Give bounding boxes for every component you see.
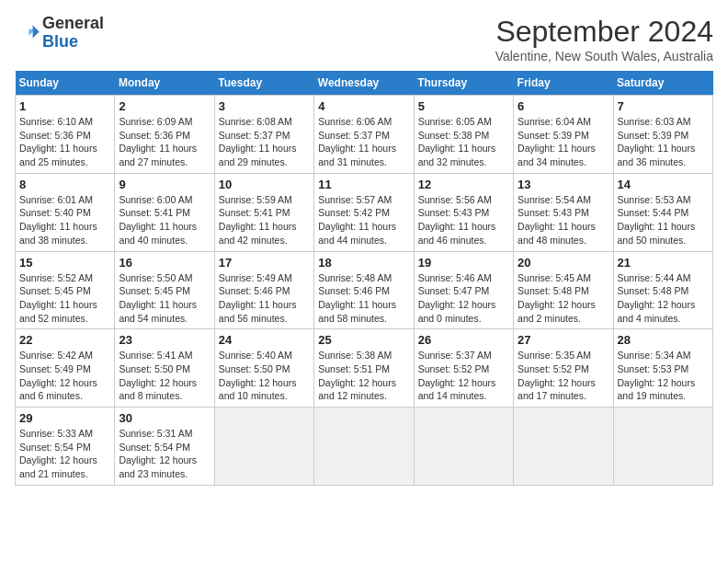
day-number: 8	[19, 178, 110, 191]
logo: General Blue	[15, 15, 104, 52]
day-number: 24	[219, 333, 310, 347]
month-title: September 2024	[495, 15, 713, 49]
calendar-week-row: 22Sunrise: 5:42 AM Sunset: 5:49 PM Dayli…	[16, 329, 713, 408]
day-number: 14	[618, 178, 709, 191]
calendar-day-cell: 27Sunrise: 5:35 AM Sunset: 5:52 PM Dayli…	[514, 329, 613, 408]
day-info: Sunrise: 6:03 AM Sunset: 5:39 PM Dayligh…	[618, 115, 709, 169]
day-number: 13	[518, 178, 609, 191]
calendar-day-cell	[514, 408, 613, 486]
calendar-table: SundayMondayTuesdayWednesdayThursdayFrid…	[15, 71, 713, 486]
day-info: Sunrise: 5:37 AM Sunset: 5:52 PM Dayligh…	[418, 349, 509, 403]
day-info: Sunrise: 5:48 AM Sunset: 5:46 PM Dayligh…	[318, 271, 409, 326]
day-info: Sunrise: 5:41 AM Sunset: 5:50 PM Dayligh…	[119, 349, 210, 403]
svg-marker-0	[33, 25, 40, 38]
day-info: Sunrise: 5:34 AM Sunset: 5:53 PM Dayligh…	[618, 349, 709, 403]
calendar-day-cell: 17Sunrise: 5:49 AM Sunset: 5:46 PM Dayli…	[214, 251, 313, 329]
calendar-day-cell: 7Sunrise: 6:03 AM Sunset: 5:39 PM Daylig…	[613, 96, 712, 174]
weekday-header: Tuesday	[214, 71, 313, 96]
location-subtitle: Valentine, New South Wales, Australia	[495, 49, 713, 63]
day-number: 27	[518, 333, 609, 347]
day-info: Sunrise: 5:44 AM Sunset: 5:48 PM Dayligh…	[618, 271, 709, 326]
calendar-day-cell: 24Sunrise: 5:40 AM Sunset: 5:50 PM Dayli…	[214, 329, 313, 408]
day-number: 19	[418, 256, 509, 270]
weekday-header: Friday	[514, 71, 613, 96]
calendar-day-cell: 16Sunrise: 5:50 AM Sunset: 5:45 PM Dayli…	[115, 251, 214, 329]
day-number: 2	[119, 99, 210, 113]
weekday-header: Monday	[115, 71, 214, 96]
day-number: 25	[318, 333, 409, 347]
calendar-day-cell: 11Sunrise: 5:57 AM Sunset: 5:42 PM Dayli…	[314, 173, 414, 251]
day-number: 4	[318, 99, 409, 113]
day-number: 3	[219, 99, 310, 113]
day-info: Sunrise: 6:08 AM Sunset: 5:37 PM Dayligh…	[219, 115, 310, 169]
calendar-day-cell: 30Sunrise: 5:31 AM Sunset: 5:54 PM Dayli…	[115, 408, 214, 486]
day-info: Sunrise: 6:01 AM Sunset: 5:40 PM Dayligh…	[19, 193, 110, 247]
day-number: 10	[219, 178, 310, 191]
calendar-day-cell: 9Sunrise: 6:00 AM Sunset: 5:41 PM Daylig…	[115, 173, 214, 251]
day-number: 26	[418, 333, 509, 347]
day-info: Sunrise: 5:31 AM Sunset: 5:54 PM Dayligh…	[119, 427, 210, 481]
weekday-header: Wednesday	[314, 71, 414, 96]
page-header: General Blue September 2024 Valentine, N…	[15, 15, 713, 63]
day-info: Sunrise: 5:57 AM Sunset: 5:42 PM Dayligh…	[318, 193, 409, 247]
weekday-header: Thursday	[414, 71, 513, 96]
calendar-day-cell: 5Sunrise: 6:05 AM Sunset: 5:38 PM Daylig…	[414, 96, 513, 174]
day-info: Sunrise: 6:00 AM Sunset: 5:41 PM Dayligh…	[119, 193, 210, 247]
day-info: Sunrise: 5:40 AM Sunset: 5:50 PM Dayligh…	[219, 349, 310, 403]
day-info: Sunrise: 5:46 AM Sunset: 5:47 PM Dayligh…	[418, 271, 509, 326]
day-info: Sunrise: 5:59 AM Sunset: 5:41 PM Dayligh…	[219, 193, 310, 247]
day-number: 23	[119, 333, 210, 347]
day-number: 28	[618, 333, 709, 347]
day-number: 12	[418, 178, 509, 191]
day-info: Sunrise: 5:35 AM Sunset: 5:52 PM Dayligh…	[518, 349, 609, 403]
day-number: 1	[19, 99, 110, 113]
day-number: 5	[418, 99, 509, 113]
calendar-day-cell: 25Sunrise: 5:38 AM Sunset: 5:51 PM Dayli…	[314, 329, 414, 408]
calendar-week-row: 1Sunrise: 6:10 AM Sunset: 5:36 PM Daylig…	[16, 96, 713, 174]
calendar-day-cell: 14Sunrise: 5:53 AM Sunset: 5:44 PM Dayli…	[613, 173, 712, 251]
calendar-week-row: 15Sunrise: 5:52 AM Sunset: 5:45 PM Dayli…	[16, 251, 713, 329]
day-number: 22	[19, 333, 110, 347]
calendar-day-cell: 2Sunrise: 6:09 AM Sunset: 5:36 PM Daylig…	[115, 96, 214, 174]
title-block: September 2024 Valentine, New South Wale…	[495, 15, 713, 63]
day-info: Sunrise: 6:04 AM Sunset: 5:39 PM Dayligh…	[518, 115, 609, 169]
calendar-day-cell: 8Sunrise: 6:01 AM Sunset: 5:40 PM Daylig…	[16, 173, 115, 251]
day-info: Sunrise: 5:52 AM Sunset: 5:45 PM Dayligh…	[19, 271, 110, 326]
day-number: 29	[19, 411, 110, 425]
day-number: 15	[19, 256, 110, 270]
calendar-week-row: 29Sunrise: 5:33 AM Sunset: 5:54 PM Dayli…	[16, 408, 713, 486]
day-number: 6	[518, 99, 609, 113]
day-info: Sunrise: 5:38 AM Sunset: 5:51 PM Dayligh…	[318, 349, 409, 403]
weekday-header: Sunday	[16, 71, 115, 96]
day-info: Sunrise: 6:10 AM Sunset: 5:36 PM Dayligh…	[19, 115, 110, 169]
day-info: Sunrise: 6:09 AM Sunset: 5:36 PM Dayligh…	[119, 115, 210, 169]
calendar-day-cell: 29Sunrise: 5:33 AM Sunset: 5:54 PM Dayli…	[16, 408, 115, 486]
calendar-day-cell: 21Sunrise: 5:44 AM Sunset: 5:48 PM Dayli…	[613, 251, 712, 329]
day-number: 20	[518, 256, 609, 270]
calendar-day-cell	[214, 408, 313, 486]
calendar-day-cell	[414, 408, 513, 486]
calendar-day-cell: 1Sunrise: 6:10 AM Sunset: 5:36 PM Daylig…	[16, 96, 115, 174]
calendar-day-cell	[314, 408, 414, 486]
calendar-day-cell: 22Sunrise: 5:42 AM Sunset: 5:49 PM Dayli…	[16, 329, 115, 408]
calendar-day-cell: 12Sunrise: 5:56 AM Sunset: 5:43 PM Dayli…	[414, 173, 513, 251]
day-info: Sunrise: 5:54 AM Sunset: 5:43 PM Dayligh…	[518, 193, 609, 247]
day-info: Sunrise: 5:49 AM Sunset: 5:46 PM Dayligh…	[219, 271, 310, 326]
calendar-day-cell: 13Sunrise: 5:54 AM Sunset: 5:43 PM Dayli…	[514, 173, 613, 251]
logo-icon	[15, 20, 40, 46]
day-info: Sunrise: 5:45 AM Sunset: 5:48 PM Dayligh…	[518, 271, 609, 326]
day-number: 18	[318, 256, 409, 270]
day-number: 17	[219, 256, 310, 270]
calendar-day-cell: 4Sunrise: 6:06 AM Sunset: 5:37 PM Daylig…	[314, 96, 414, 174]
calendar-day-cell: 10Sunrise: 5:59 AM Sunset: 5:41 PM Dayli…	[214, 173, 313, 251]
calendar-day-cell: 3Sunrise: 6:08 AM Sunset: 5:37 PM Daylig…	[214, 96, 313, 174]
day-info: Sunrise: 5:56 AM Sunset: 5:43 PM Dayligh…	[418, 193, 509, 247]
calendar-day-cell: 6Sunrise: 6:04 AM Sunset: 5:39 PM Daylig…	[514, 96, 613, 174]
day-info: Sunrise: 5:50 AM Sunset: 5:45 PM Dayligh…	[119, 271, 210, 326]
calendar-day-cell	[613, 408, 712, 486]
day-info: Sunrise: 6:05 AM Sunset: 5:38 PM Dayligh…	[418, 115, 509, 169]
logo-text: General Blue	[42, 15, 104, 52]
day-info: Sunrise: 6:06 AM Sunset: 5:37 PM Dayligh…	[318, 115, 409, 169]
calendar-day-cell: 15Sunrise: 5:52 AM Sunset: 5:45 PM Dayli…	[16, 251, 115, 329]
calendar-day-cell: 23Sunrise: 5:41 AM Sunset: 5:50 PM Dayli…	[115, 329, 214, 408]
